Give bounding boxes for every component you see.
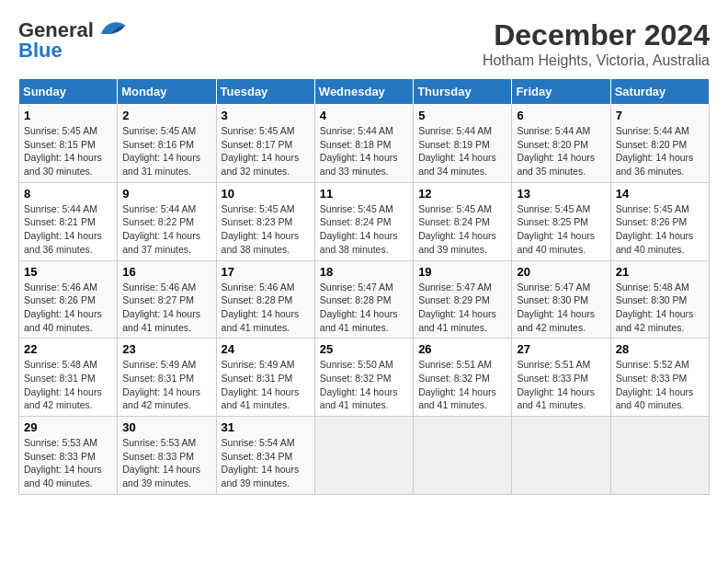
weekday-header: Saturday — [610, 79, 709, 105]
day-detail: Sunrise: 5:46 AMSunset: 8:26 PMDaylight:… — [24, 281, 112, 335]
day-number: 21 — [616, 265, 704, 279]
calendar-week-row: 8Sunrise: 5:44 AMSunset: 8:21 PMDaylight… — [19, 182, 710, 260]
day-detail: Sunrise: 5:52 AMSunset: 8:33 PMDaylight:… — [616, 358, 704, 412]
day-detail: Sunrise: 5:47 AMSunset: 8:28 PMDaylight:… — [320, 281, 408, 335]
calendar-day-cell — [314, 417, 413, 495]
calendar-day-cell — [414, 417, 512, 495]
day-number: 30 — [122, 420, 210, 434]
calendar-day-cell: 16Sunrise: 5:46 AMSunset: 8:27 PMDayligh… — [118, 260, 216, 339]
calendar-day-cell: 24Sunrise: 5:49 AMSunset: 8:31 PMDayligh… — [216, 339, 314, 417]
day-detail: Sunrise: 5:45 AMSunset: 8:26 PMDaylight:… — [616, 202, 704, 257]
day-detail: Sunrise: 5:47 AMSunset: 8:29 PMDaylight:… — [418, 281, 506, 335]
day-detail: Sunrise: 5:48 AMSunset: 8:31 PMDaylight:… — [24, 358, 112, 412]
calendar-day-cell — [512, 417, 610, 495]
day-detail: Sunrise: 5:49 AMSunset: 8:31 PMDaylight:… — [122, 358, 210, 412]
calendar-day-cell: 23Sunrise: 5:49 AMSunset: 8:31 PMDayligh… — [118, 339, 216, 417]
day-detail: Sunrise: 5:46 AMSunset: 8:28 PMDaylight:… — [222, 281, 310, 335]
day-number: 12 — [418, 187, 506, 201]
calendar-day-cell: 8Sunrise: 5:44 AMSunset: 8:21 PMDaylight… — [19, 182, 118, 260]
day-detail: Sunrise: 5:45 AMSunset: 8:23 PMDaylight:… — [222, 202, 310, 257]
calendar-week-row: 15Sunrise: 5:46 AMSunset: 8:26 PMDayligh… — [19, 260, 710, 339]
day-detail: Sunrise: 5:44 AMSunset: 8:21 PMDaylight:… — [24, 202, 112, 257]
day-number: 31 — [222, 420, 310, 434]
day-number: 8 — [24, 187, 112, 201]
calendar-day-cell: 21Sunrise: 5:48 AMSunset: 8:30 PMDayligh… — [610, 260, 709, 339]
day-number: 19 — [418, 265, 506, 279]
day-number: 10 — [222, 187, 310, 201]
calendar-day-cell: 12Sunrise: 5:45 AMSunset: 8:24 PMDayligh… — [414, 182, 512, 260]
calendar-week-row: 1Sunrise: 5:45 AMSunset: 8:15 PMDaylight… — [19, 105, 710, 183]
day-detail: Sunrise: 5:53 AMSunset: 8:33 PMDaylight:… — [122, 436, 210, 490]
day-number: 23 — [122, 342, 210, 356]
weekday-header: Sunday — [19, 79, 118, 105]
calendar-day-cell: 30Sunrise: 5:53 AMSunset: 8:33 PMDayligh… — [118, 417, 216, 495]
logo-bird-icon — [97, 19, 127, 41]
calendar-day-cell: 29Sunrise: 5:53 AMSunset: 8:33 PMDayligh… — [19, 417, 118, 495]
day-number: 4 — [320, 109, 408, 122]
logo: General Blue — [18, 18, 127, 63]
weekday-header: Monday — [118, 79, 216, 105]
calendar-day-cell: 14Sunrise: 5:45 AMSunset: 8:26 PMDayligh… — [610, 182, 709, 260]
day-number: 11 — [320, 187, 408, 201]
day-detail: Sunrise: 5:45 AMSunset: 8:17 PMDaylight:… — [222, 124, 310, 178]
calendar-day-cell: 20Sunrise: 5:47 AMSunset: 8:30 PMDayligh… — [512, 260, 610, 339]
day-detail: Sunrise: 5:45 AMSunset: 8:25 PMDaylight:… — [517, 202, 605, 257]
day-detail: Sunrise: 5:44 AMSunset: 8:19 PMDaylight:… — [418, 124, 506, 178]
weekday-header: Tuesday — [216, 79, 314, 105]
calendar-day-cell: 31Sunrise: 5:54 AMSunset: 8:34 PMDayligh… — [216, 417, 314, 495]
calendar-week-row: 22Sunrise: 5:48 AMSunset: 8:31 PMDayligh… — [19, 339, 710, 417]
day-detail: Sunrise: 5:45 AMSunset: 8:24 PMDaylight:… — [320, 202, 408, 257]
day-number: 1 — [24, 109, 112, 122]
calendar-day-cell: 10Sunrise: 5:45 AMSunset: 8:23 PMDayligh… — [216, 182, 314, 260]
day-number: 18 — [320, 265, 408, 279]
day-detail: Sunrise: 5:47 AMSunset: 8:30 PMDaylight:… — [517, 281, 605, 335]
calendar-day-cell: 5Sunrise: 5:44 AMSunset: 8:19 PMDaylight… — [414, 105, 512, 183]
day-number: 9 — [122, 187, 210, 201]
calendar-day-cell: 11Sunrise: 5:45 AMSunset: 8:24 PMDayligh… — [314, 182, 413, 260]
day-detail: Sunrise: 5:49 AMSunset: 8:31 PMDaylight:… — [222, 358, 310, 412]
day-detail: Sunrise: 5:48 AMSunset: 8:30 PMDaylight:… — [616, 281, 704, 335]
calendar-day-cell: 4Sunrise: 5:44 AMSunset: 8:18 PMDaylight… — [314, 105, 413, 183]
weekday-header-row: SundayMondayTuesdayWednesdayThursdayFrid… — [19, 79, 710, 105]
day-number: 15 — [24, 265, 112, 279]
calendar-day-cell: 7Sunrise: 5:44 AMSunset: 8:20 PMDaylight… — [610, 105, 709, 183]
day-number: 25 — [320, 342, 408, 356]
calendar-day-cell: 15Sunrise: 5:46 AMSunset: 8:26 PMDayligh… — [19, 260, 118, 339]
calendar-day-cell: 26Sunrise: 5:51 AMSunset: 8:32 PMDayligh… — [414, 339, 512, 417]
day-number: 7 — [616, 109, 704, 122]
month-year-title: December 2024 — [483, 18, 710, 52]
calendar-table: SundayMondayTuesdayWednesdayThursdayFrid… — [18, 78, 710, 495]
calendar-day-cell: 28Sunrise: 5:52 AMSunset: 8:33 PMDayligh… — [610, 339, 709, 417]
calendar-day-cell: 17Sunrise: 5:46 AMSunset: 8:28 PMDayligh… — [216, 260, 314, 339]
day-number: 20 — [517, 265, 605, 279]
day-number: 14 — [616, 187, 704, 201]
day-number: 27 — [517, 342, 605, 356]
title-block: December 2024 Hotham Heights, Victoria, … — [483, 18, 710, 69]
day-number: 16 — [122, 265, 210, 279]
day-number: 28 — [616, 342, 704, 356]
calendar-day-cell: 6Sunrise: 5:44 AMSunset: 8:20 PMDaylight… — [512, 105, 610, 183]
weekday-header: Thursday — [414, 79, 512, 105]
day-detail: Sunrise: 5:50 AMSunset: 8:32 PMDaylight:… — [320, 358, 408, 412]
day-detail: Sunrise: 5:51 AMSunset: 8:32 PMDaylight:… — [418, 358, 506, 412]
day-number: 24 — [222, 342, 310, 356]
day-detail: Sunrise: 5:46 AMSunset: 8:27 PMDaylight:… — [122, 281, 210, 335]
day-detail: Sunrise: 5:44 AMSunset: 8:20 PMDaylight:… — [616, 124, 704, 178]
day-detail: Sunrise: 5:44 AMSunset: 8:20 PMDaylight:… — [517, 124, 605, 178]
weekday-header: Wednesday — [314, 79, 413, 105]
day-detail: Sunrise: 5:53 AMSunset: 8:33 PMDaylight:… — [24, 436, 112, 490]
day-number: 13 — [517, 187, 605, 201]
calendar-day-cell: 19Sunrise: 5:47 AMSunset: 8:29 PMDayligh… — [414, 260, 512, 339]
day-detail: Sunrise: 5:51 AMSunset: 8:33 PMDaylight:… — [517, 358, 605, 412]
calendar-day-cell: 18Sunrise: 5:47 AMSunset: 8:28 PMDayligh… — [314, 260, 413, 339]
calendar-day-cell: 27Sunrise: 5:51 AMSunset: 8:33 PMDayligh… — [512, 339, 610, 417]
day-detail: Sunrise: 5:44 AMSunset: 8:18 PMDaylight:… — [320, 124, 408, 178]
day-number: 26 — [418, 342, 506, 356]
calendar-week-row: 29Sunrise: 5:53 AMSunset: 8:33 PMDayligh… — [19, 417, 710, 495]
day-detail: Sunrise: 5:45 AMSunset: 8:16 PMDaylight:… — [122, 124, 210, 178]
weekday-header: Friday — [512, 79, 610, 105]
location-subtitle: Hotham Heights, Victoria, Australia — [483, 52, 710, 69]
day-number: 5 — [418, 109, 506, 122]
day-number: 22 — [24, 342, 112, 356]
calendar-day-cell: 9Sunrise: 5:44 AMSunset: 8:22 PMDaylight… — [118, 182, 216, 260]
